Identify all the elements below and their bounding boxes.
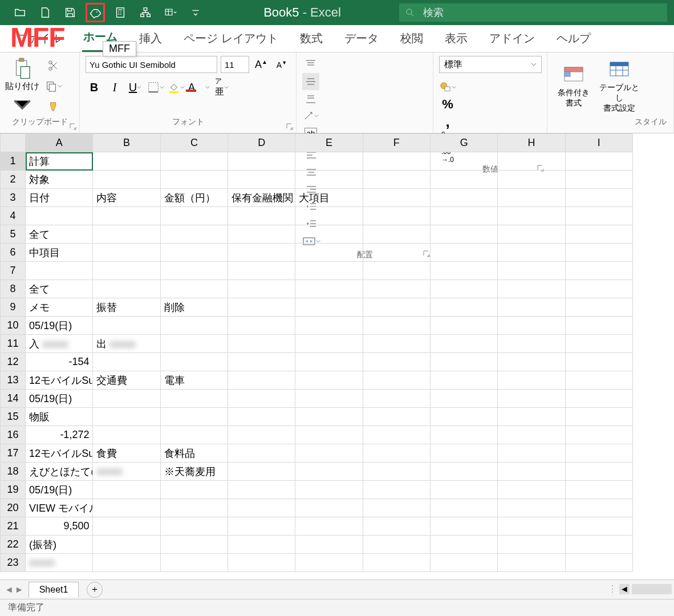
cell-A6[interactable]: 中項目 (26, 244, 93, 262)
copy-icon[interactable] (45, 78, 62, 95)
cell-C10[interactable] (160, 317, 228, 335)
cell-H8[interactable] (498, 280, 565, 298)
format-painter-icon[interactable] (45, 98, 62, 115)
align-middle-icon[interactable] (302, 73, 319, 90)
cell-B22[interactable] (93, 536, 160, 554)
percent-icon[interactable]: % (439, 96, 456, 113)
cell-G1[interactable] (430, 152, 497, 171)
cell-I18[interactable] (565, 463, 632, 481)
cell-F9[interactable] (363, 298, 430, 317)
cell-A11[interactable]: 入 xxxxx (26, 335, 93, 353)
cell-F20[interactable] (363, 499, 430, 517)
cell-D4[interactable] (228, 207, 295, 225)
cell-A19[interactable]: 05/19(日) (26, 481, 93, 499)
cell-F3[interactable] (363, 189, 430, 207)
cell-I9[interactable] (565, 298, 632, 317)
row-header-22[interactable]: 22 (1, 536, 26, 554)
cell-A4[interactable] (26, 207, 93, 225)
cell-C6[interactable] (160, 244, 228, 262)
cell-F13[interactable] (363, 371, 430, 390)
cell-B16[interactable] (93, 426, 160, 444)
cell-F6[interactable] (363, 244, 430, 262)
cell-F4[interactable] (363, 207, 430, 225)
cell-C15[interactable] (160, 408, 228, 426)
cell-E6[interactable] (295, 244, 363, 262)
cell-B8[interactable] (93, 280, 160, 298)
cell-B13[interactable]: 交通費 (93, 371, 160, 390)
cell-G5[interactable] (430, 225, 497, 244)
cell-I6[interactable] (565, 244, 632, 262)
new-icon[interactable] (35, 3, 55, 22)
cell-I15[interactable] (565, 408, 632, 426)
col-header-D[interactable]: D (228, 134, 295, 152)
cell-H10[interactable] (498, 317, 565, 335)
cell-H1[interactable] (498, 152, 565, 171)
cell-G12[interactable] (430, 353, 497, 371)
row-header-9[interactable]: 9 (1, 298, 26, 317)
cell-H21[interactable] (498, 517, 565, 536)
align-top-icon[interactable] (302, 56, 319, 73)
cell-D10[interactable] (228, 317, 295, 335)
row-header-4[interactable]: 4 (1, 207, 26, 225)
cell-A8[interactable]: 全て (26, 280, 93, 298)
cell-C7[interactable] (160, 262, 228, 280)
font-name-select[interactable] (86, 56, 217, 73)
cell-H22[interactable] (498, 536, 565, 554)
cell-B2[interactable] (93, 171, 160, 189)
cell-A5[interactable]: 全て (26, 225, 93, 244)
cell-C18[interactable]: ※天蕎麦用 (160, 463, 228, 481)
cell-D12[interactable] (228, 353, 295, 371)
cell-I4[interactable] (565, 207, 632, 225)
cell-C9[interactable]: 削除 (160, 298, 228, 317)
cell-E20[interactable] (295, 499, 363, 517)
cell-C1[interactable] (160, 152, 228, 171)
search-box[interactable]: 検索 (399, 3, 667, 22)
tab-データ[interactable]: データ (343, 25, 380, 52)
cell-C8[interactable] (160, 280, 228, 298)
cell-C14[interactable] (160, 390, 228, 408)
row-header-16[interactable]: 16 (1, 426, 26, 444)
cell-D1[interactable] (228, 152, 295, 171)
phonetic-button[interactable]: ア亜 (213, 79, 230, 96)
row-header-18[interactable]: 18 (1, 463, 26, 481)
cell-F12[interactable] (363, 353, 430, 371)
tab-校閲[interactable]: 校閲 (399, 25, 424, 52)
col-header-F[interactable]: F (363, 134, 430, 152)
row-header-6[interactable]: 6 (1, 244, 26, 262)
border-button[interactable] (147, 79, 164, 96)
cell-F1[interactable] (363, 152, 430, 171)
tab-アドイン[interactable]: アドイン (488, 25, 536, 52)
cell-D3[interactable]: 保有金融機関 (228, 189, 295, 207)
cell-I21[interactable] (565, 517, 632, 536)
cell-E12[interactable] (295, 353, 363, 371)
cell-F14[interactable] (363, 390, 430, 408)
fill-color-button[interactable] (168, 79, 185, 96)
cell-E19[interactable] (295, 481, 363, 499)
cell-G15[interactable] (430, 408, 497, 426)
cell-B3[interactable]: 内容 (93, 189, 160, 207)
cell-F7[interactable] (363, 262, 430, 280)
calculator-icon[interactable] (111, 3, 130, 22)
align-bottom-icon[interactable] (302, 90, 319, 107)
cell-E11[interactable] (295, 335, 363, 353)
cell-F11[interactable] (363, 335, 430, 353)
cell-H15[interactable] (498, 408, 565, 426)
cell-B15[interactable] (93, 408, 160, 426)
cell-F8[interactable] (363, 280, 430, 298)
cell-C22[interactable] (160, 536, 228, 554)
cell-I17[interactable] (565, 444, 632, 463)
cell-B19[interactable] (93, 481, 160, 499)
cell-D15[interactable] (228, 408, 295, 426)
clipboard-launcher[interactable] (69, 123, 77, 131)
cell-C2[interactable] (160, 171, 228, 189)
cell-D13[interactable] (228, 371, 295, 390)
cell-A2[interactable]: 対象 (26, 171, 93, 189)
cell-B4[interactable] (93, 207, 160, 225)
cell-B23[interactable] (93, 554, 160, 572)
cell-H6[interactable] (498, 244, 565, 262)
row-header-13[interactable]: 13 (1, 371, 26, 390)
scroll-left-icon[interactable]: ◄ (619, 584, 630, 594)
cell-D20[interactable] (228, 499, 295, 517)
cell-G13[interactable] (430, 371, 497, 390)
cell-D14[interactable] (228, 390, 295, 408)
